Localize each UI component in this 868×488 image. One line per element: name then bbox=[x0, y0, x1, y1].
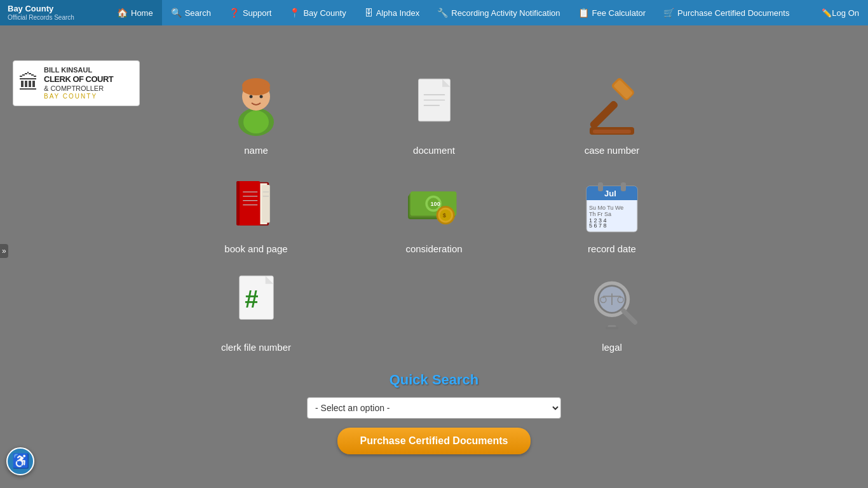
icon-item-book-and-page[interactable]: book and page bbox=[186, 175, 326, 254]
brand[interactable]: Bay County Official Records Search bbox=[0, 0, 108, 25]
sidebar-arrow[interactable]: » bbox=[0, 244, 8, 258]
svg-point-6 bbox=[260, 95, 263, 98]
purchase-certified-docs-button[interactable]: Purchase Certified Documents bbox=[337, 428, 531, 454]
courthouse-icon: 🏛 bbox=[18, 71, 39, 95]
icon-grid: name document case number book and page bbox=[186, 76, 682, 353]
svg-text:Jul: Jul bbox=[604, 189, 616, 198]
svg-text:#: # bbox=[245, 285, 258, 313]
icon-label-record-date: record date bbox=[588, 243, 636, 254]
search-label: Search bbox=[185, 8, 211, 18]
logo-line4: BAY COUNTY bbox=[44, 93, 113, 100]
svg-point-1 bbox=[243, 111, 269, 133]
quick-search-title: Quick Search bbox=[390, 372, 479, 388]
brand-title: Bay County bbox=[8, 4, 100, 14]
icon-item-clerk-file-number[interactable]: # clerk file number bbox=[186, 273, 326, 353]
svg-text:100: 100 bbox=[431, 201, 440, 207]
icon-label-legal: legal bbox=[602, 342, 622, 353]
svg-rect-16 bbox=[593, 130, 631, 133]
doc-icon bbox=[402, 76, 466, 140]
svg-text:$: $ bbox=[443, 212, 446, 219]
icon-item-consideration[interactable]: 100 $ consideration bbox=[364, 175, 504, 254]
svg-text:Su Mo Tu We: Su Mo Tu We bbox=[589, 205, 623, 211]
icon-label-consideration: consideration bbox=[405, 243, 462, 254]
nav-item-fee-calc[interactable]: 📋Fee Calculator bbox=[569, 0, 655, 25]
purchase-nav-label: Purchase Certified Documents bbox=[677, 8, 789, 18]
support-icon: ❓ bbox=[229, 8, 240, 18]
logo-line1: BILL KINSAUL bbox=[44, 66, 113, 74]
icon-label-clerk-file-number: clerk file number bbox=[221, 342, 291, 353]
icon-item-legal[interactable]: legal bbox=[542, 273, 682, 353]
alpha-index-label: Alpha Index bbox=[376, 8, 420, 18]
home-label: Home bbox=[131, 8, 153, 18]
fee-calc-icon: 📋 bbox=[578, 8, 589, 18]
book-icon bbox=[224, 175, 288, 238]
svg-rect-14 bbox=[589, 100, 619, 130]
home-icon: 🏠 bbox=[117, 8, 128, 18]
search-icon: 🔍 bbox=[171, 8, 182, 18]
svg-rect-43 bbox=[621, 182, 626, 191]
accessibility-button[interactable]: ♿ bbox=[6, 447, 34, 475]
nav-item-recording[interactable]: 🔧Recording Activity Notification bbox=[428, 0, 569, 25]
logo-area: 🏛 BILL KINSAUL CLERK OF COURT & COMPTROL… bbox=[13, 60, 140, 106]
hash-icon: # bbox=[224, 273, 288, 337]
alpha-index-icon: 🗄 bbox=[364, 8, 373, 18]
purchase-nav-icon: 🛒 bbox=[663, 8, 674, 18]
svg-rect-25 bbox=[262, 185, 270, 223]
svg-rect-19 bbox=[237, 181, 260, 226]
icon-item-document[interactable]: document bbox=[364, 76, 504, 156]
nav-item-alpha-index[interactable]: 🗄Alpha Index bbox=[355, 0, 429, 25]
logo-line2: CLERK OF COURT bbox=[44, 74, 113, 85]
quick-search-section: Quick Search - Select an option -NameDoc… bbox=[307, 372, 561, 454]
recording-icon: 🔧 bbox=[437, 8, 448, 18]
svg-text:Th Fr Sa: Th Fr Sa bbox=[589, 211, 611, 217]
svg-rect-42 bbox=[598, 182, 603, 191]
svg-point-4 bbox=[242, 83, 270, 95]
login-label: Log On bbox=[832, 8, 859, 18]
money-icon: 100 $ bbox=[402, 175, 466, 238]
svg-point-5 bbox=[250, 95, 253, 98]
recording-label: Recording Activity Notification bbox=[451, 8, 560, 18]
bay-county-icon: 📍 bbox=[289, 8, 300, 18]
logo-line3: & COMPTROLLER bbox=[44, 85, 113, 93]
nav-item-home[interactable]: 🏠Home bbox=[108, 0, 162, 25]
nav-item-search[interactable]: 🔍Search bbox=[162, 0, 220, 25]
scales-icon bbox=[580, 273, 644, 337]
icon-item-case-number[interactable]: case number bbox=[542, 76, 682, 156]
quick-search-select[interactable]: - Select an option -NameDocumentCase Num… bbox=[307, 397, 561, 419]
calendar-icon: Jul Su Mo Tu We Th Fr Sa 1 2 3 4 5 6 7 8 bbox=[580, 175, 644, 238]
fee-calc-label: Fee Calculator bbox=[592, 8, 646, 18]
nav-item-bay-county[interactable]: 📍Bay County bbox=[280, 0, 355, 25]
person-icon bbox=[224, 76, 288, 140]
navbar: Bay County Official Records Search 🏠Home… bbox=[0, 0, 868, 25]
icon-item-name[interactable]: name bbox=[186, 76, 326, 156]
icon-label-document: document bbox=[413, 145, 455, 156]
icon-label-name: name bbox=[244, 145, 268, 156]
nav-item-purchase-nav[interactable]: 🛒Purchase Certified Documents bbox=[654, 0, 798, 25]
svg-rect-20 bbox=[236, 181, 240, 226]
nav-items: 🏠Home🔍Search❓Support📍Bay County🗄Alpha In… bbox=[108, 0, 798, 25]
login-button[interactable]: ✏️ Log On bbox=[813, 0, 868, 25]
bay-county-label: Bay County bbox=[303, 8, 346, 18]
brand-subtitle: Official Records Search bbox=[8, 14, 100, 22]
nav-item-support[interactable]: ❓Support bbox=[220, 0, 281, 25]
gavel-icon bbox=[580, 76, 644, 140]
icon-label-book-and-page: book and page bbox=[224, 243, 287, 254]
svg-text:5  6  7  8: 5 6 7 8 bbox=[589, 222, 607, 229]
icon-item-record-date[interactable]: Jul Su Mo Tu We Th Fr Sa 1 2 3 4 5 6 7 8… bbox=[542, 175, 682, 254]
svg-rect-61 bbox=[606, 327, 618, 330]
login-icon: ✏️ bbox=[822, 8, 832, 18]
svg-line-53 bbox=[623, 311, 635, 322]
icon-label-case-number: case number bbox=[585, 145, 640, 156]
support-label: Support bbox=[243, 8, 272, 18]
accessibility-icon: ♿ bbox=[12, 453, 29, 470]
